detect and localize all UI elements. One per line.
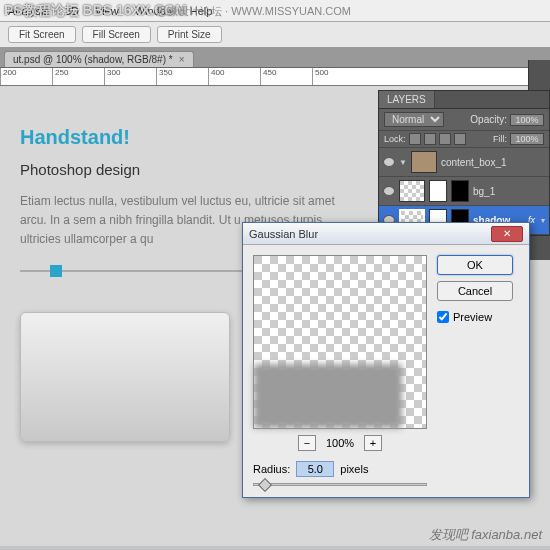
menu-analysis[interactable]: Analysis [8, 5, 49, 17]
zoom-out-button[interactable]: − [298, 435, 316, 451]
options-bar: Fit Screen Fill Screen Print Size [0, 22, 550, 48]
opacity-label: Opacity: [470, 114, 507, 125]
slider-thumb[interactable] [258, 478, 272, 492]
layer-row-folder[interactable]: ▼ content_box_1 [379, 148, 549, 177]
ruler-tick: 250 [52, 68, 104, 85]
cancel-button[interactable]: Cancel [437, 281, 513, 301]
preview-checkbox[interactable] [437, 311, 449, 323]
document-tabs: ut.psd @ 100% (shadow, RGB/8#) * × [0, 48, 550, 68]
document-tab[interactable]: ut.psd @ 100% (shadow, RGB/8#) * × [4, 51, 194, 67]
lock-label: Lock: [384, 134, 406, 144]
lock-position-icon[interactable] [439, 133, 451, 145]
menu-help[interactable]: Help [190, 5, 213, 17]
design-card [20, 312, 230, 442]
ruler-tick: 400 [208, 68, 260, 85]
layer-thumbnail[interactable] [399, 180, 425, 202]
menu-view[interactable]: View [95, 5, 119, 17]
menu-3d[interactable]: 3D [65, 5, 79, 17]
ruler-tick: 500 [312, 68, 364, 85]
visibility-icon[interactable] [383, 186, 395, 196]
menubar: Analysis 3D View Window Help [0, 0, 550, 22]
fill-input[interactable] [510, 133, 544, 145]
gaussian-blur-dialog: Gaussian Blur ✕ − 100% + Radius: pixels … [242, 222, 530, 498]
ruler-tick: 300 [104, 68, 156, 85]
ruler-horizontal: 200 250 300 350 400 450 500 [0, 68, 550, 86]
menu-window[interactable]: Window [135, 5, 174, 17]
radius-slider[interactable] [253, 483, 427, 486]
ok-button[interactable]: OK [437, 255, 513, 275]
preview-content [254, 364, 402, 428]
fill-label: Fill: [493, 134, 507, 144]
preview-checkbox-label: Preview [453, 311, 492, 323]
slider-handle-icon [50, 265, 62, 277]
opacity-input[interactable] [510, 114, 544, 126]
preview-checkbox-row[interactable]: Preview [437, 311, 513, 323]
chevron-down-icon[interactable]: ▾ [541, 216, 545, 225]
visibility-icon[interactable] [383, 157, 395, 167]
ruler-tick: 450 [260, 68, 312, 85]
ruler-tick: 200 [0, 68, 52, 85]
layer-mask-thumbnail[interactable] [451, 180, 469, 202]
ruler-tick: 350 [156, 68, 208, 85]
dialog-titlebar[interactable]: Gaussian Blur ✕ [243, 223, 529, 245]
lock-image-icon[interactable] [424, 133, 436, 145]
zoom-in-button[interactable]: + [364, 435, 382, 451]
folder-icon [411, 151, 437, 173]
fit-screen-button[interactable]: Fit Screen [8, 26, 76, 43]
layer-row[interactable]: bg_1 [379, 177, 549, 206]
zoom-level: 100% [326, 437, 354, 449]
layers-tab[interactable]: LAYERS [379, 91, 435, 108]
blend-mode-select[interactable]: Normal [384, 112, 444, 127]
preview-image[interactable] [253, 255, 427, 429]
fill-screen-button[interactable]: Fill Screen [82, 26, 151, 43]
close-button[interactable]: ✕ [491, 226, 523, 242]
lock-transparent-icon[interactable] [409, 133, 421, 145]
print-size-button[interactable]: Print Size [157, 26, 222, 43]
layer-name[interactable]: bg_1 [473, 186, 545, 197]
radius-input[interactable] [296, 461, 334, 477]
document-tab-label: ut.psd @ 100% (shadow, RGB/8#) * [13, 54, 173, 65]
close-tab-icon[interactable]: × [179, 54, 185, 65]
radius-unit: pixels [340, 463, 368, 475]
dialog-title: Gaussian Blur [249, 228, 318, 240]
layers-panel: LAYERS Normal Opacity: Lock: Fill: ▼ con… [378, 90, 550, 236]
folder-toggle-icon[interactable]: ▼ [399, 158, 407, 167]
layer-mask-thumbnail[interactable] [429, 180, 447, 202]
lock-all-icon[interactable] [454, 133, 466, 145]
radius-label: Radius: [253, 463, 290, 475]
layer-name[interactable]: content_box_1 [441, 157, 545, 168]
